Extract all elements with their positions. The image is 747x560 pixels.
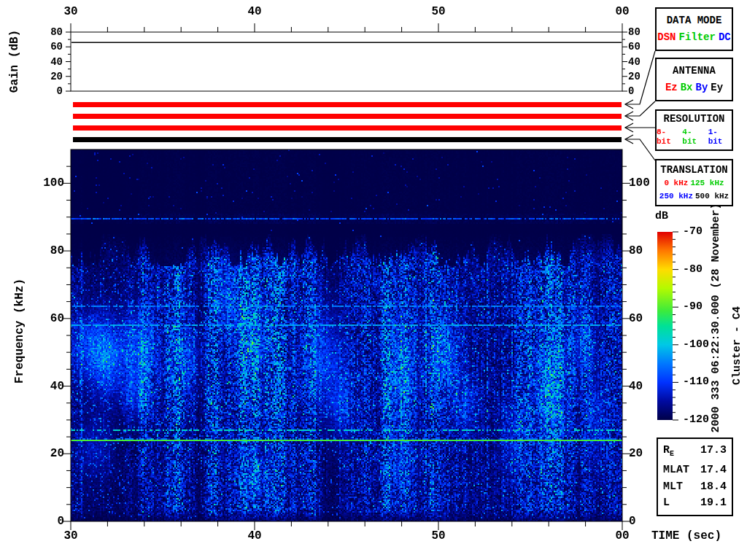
panel-antenna: ANTENNAEzBxByEy [655, 58, 733, 101]
panel-values-row: EzBxByEy [665, 82, 723, 93]
datetime-annotation: 2000 333 06:22:30.000 (28 November) [710, 203, 722, 432]
ephemeris-row: L19.1 [663, 497, 727, 509]
tick-label: 30 [56, 6, 85, 18]
tick-label: 60 [34, 42, 63, 52]
ephemeris-row: MLAT17.4 [663, 464, 727, 476]
spacecraft-annotation: Cluster - C4 [731, 306, 743, 385]
panel-title: TRANSLATION [660, 165, 727, 176]
ephemeris-label: RE [663, 445, 674, 460]
panel-value: 250 kHz [659, 192, 693, 201]
tick-label: 80 [35, 245, 64, 257]
tick-label: 60 [35, 313, 64, 324]
tick-label: 40 [35, 381, 64, 392]
panel-value: 1-bit [708, 128, 732, 147]
tick-label: 100 [629, 177, 658, 189]
panel-value: Ey [711, 82, 723, 93]
colorbar [657, 232, 673, 420]
panel-title: DATA MODE [667, 15, 722, 26]
panel-resolution: RESOLUTION8-bit4-bit1-bit [655, 109, 733, 151]
panel-value: DC [719, 32, 731, 43]
tick-label: 0 [34, 86, 63, 96]
tick-label: 50 [424, 530, 453, 542]
panel-translation: TRANSLATION0 kHz125 kHz250 kHz500 kHz [655, 159, 733, 206]
tick-label: 80 [628, 27, 657, 37]
panel-value: Ez [665, 82, 678, 93]
panel-values-row: 8-bit4-bit1-bit [657, 128, 732, 147]
tick-label: 00 [608, 530, 637, 542]
panel-values-row: DSNFilterDC [657, 32, 730, 43]
panel-value: 8-bit [657, 128, 680, 147]
tick-label: 20 [629, 448, 658, 459]
panel-value: 125 kHz [690, 179, 724, 188]
antenna-bar [73, 114, 622, 119]
tick-label: 40 [629, 381, 658, 392]
gain-axis-label: Gain (dB) [8, 30, 21, 93]
ephemeris-row: RE17.3 [663, 445, 727, 460]
tick-label: 00 [608, 6, 637, 18]
ephemeris-value: 18.4 [700, 481, 727, 493]
panel-value: Filter [678, 32, 715, 43]
frequency-axis-label: Frequency (kHz) [13, 279, 26, 384]
panel-value: By [696, 82, 708, 93]
tick-label: 0 [629, 516, 658, 527]
tick-label: 60 [628, 42, 657, 52]
panel-title: ANTENNA [673, 66, 716, 77]
panel-values-row: 0 kHz125 kHz [664, 179, 724, 188]
ephemeris-value: 17.3 [700, 445, 727, 460]
tick-label: 20 [34, 71, 63, 82]
tick-label: 50 [424, 6, 453, 18]
panel-value: Bx [681, 82, 693, 93]
tick-label: 30 [56, 530, 85, 542]
ephemeris-value: 19.1 [700, 497, 727, 509]
ephemeris-row: MLT18.4 [663, 481, 727, 493]
translation-bar [73, 137, 622, 142]
spectrogram-image [71, 149, 622, 521]
ephemeris-panel: RE17.3MLAT17.4MLT18.4L19.1 [657, 438, 733, 516]
ephemeris-label: MLAT [663, 464, 689, 476]
panel-data-mode: DATA MODEDSNFilterDC [655, 7, 733, 51]
resolution-bar [73, 125, 622, 131]
ephemeris-value: 17.4 [700, 464, 727, 476]
tick-label: 0 [628, 86, 657, 96]
tick-label: 40 [240, 530, 269, 542]
panel-value: 4-bit [682, 128, 705, 147]
panel-value: 0 kHz [664, 179, 688, 188]
tick-label: 80 [34, 27, 63, 37]
colorbar-title: dB [655, 211, 668, 222]
tick-label: 40 [628, 57, 657, 67]
tick-label: 20 [628, 71, 657, 82]
panel-value: DSN [657, 32, 676, 43]
ephemeris-label: L [663, 497, 670, 509]
tick-label: 40 [240, 6, 269, 18]
tick-label: 20 [35, 448, 64, 459]
panel-values-row: 250 kHz500 kHz [659, 192, 729, 201]
tick-label: 40 [34, 57, 63, 67]
tick-label: 60 [629, 313, 658, 324]
panel-value: 500 kHz [695, 192, 729, 201]
panel-title: RESOLUTION [663, 114, 724, 125]
tick-label: 80 [629, 245, 658, 257]
tick-label: 0 [35, 516, 64, 527]
ephemeris-label: MLT [663, 481, 683, 493]
wbd-spectrogram-display: Gain (dB) Frequency (kHz) 30304040505000… [0, 0, 747, 560]
data-mode-bar [73, 102, 622, 107]
tick-label: 100 [35, 177, 64, 189]
time-axis-label: TIME (sec) [651, 530, 721, 542]
